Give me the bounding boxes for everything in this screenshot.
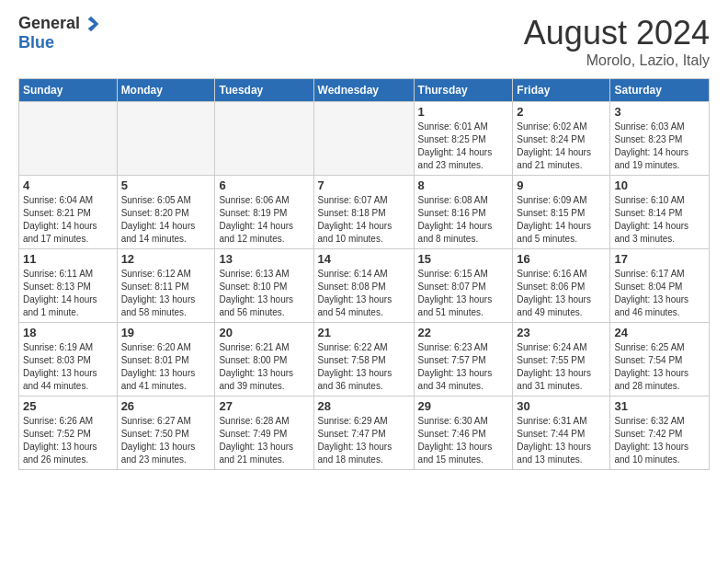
day-cell: 27Sunrise: 6:28 AM Sunset: 7:49 PM Dayli…	[215, 396, 313, 470]
day-cell: 21Sunrise: 6:22 AM Sunset: 7:58 PM Dayli…	[313, 323, 414, 396]
day-info: Sunrise: 6:30 AM Sunset: 7:46 PM Dayligh…	[418, 415, 509, 466]
day-info: Sunrise: 6:09 AM Sunset: 8:15 PM Dayligh…	[517, 194, 606, 246]
day-cell: 10Sunrise: 6:10 AM Sunset: 8:14 PM Dayli…	[610, 176, 710, 249]
day-number: 21	[318, 326, 410, 339]
col-wednesday: Wednesday	[313, 79, 414, 102]
day-number: 15	[418, 252, 509, 266]
logo-icon	[82, 15, 100, 33]
day-number: 14	[318, 252, 410, 266]
day-number: 28	[318, 399, 410, 413]
day-number: 25	[23, 399, 113, 413]
day-cell: 7Sunrise: 6:07 AM Sunset: 8:18 PM Daylig…	[313, 176, 414, 249]
day-cell: 5Sunrise: 6:05 AM Sunset: 8:20 PM Daylig…	[117, 176, 215, 249]
logo: General Blue	[18, 14, 100, 52]
day-info: Sunrise: 6:15 AM Sunset: 8:07 PM Dayligh…	[418, 268, 509, 319]
day-cell: 24Sunrise: 6:25 AM Sunset: 7:54 PM Dayli…	[610, 323, 710, 396]
main-title: August 2024	[524, 14, 710, 52]
day-info: Sunrise: 6:31 AM Sunset: 7:44 PM Dayligh…	[517, 415, 606, 466]
col-saturday: Saturday	[610, 79, 710, 102]
day-info: Sunrise: 6:29 AM Sunset: 7:47 PM Dayligh…	[318, 415, 410, 466]
day-cell: 9Sunrise: 6:09 AM Sunset: 8:15 PM Daylig…	[513, 176, 610, 249]
day-number: 31	[614, 399, 705, 413]
day-number: 9	[517, 178, 606, 192]
day-cell: 3Sunrise: 6:03 AM Sunset: 8:23 PM Daylig…	[610, 102, 710, 176]
day-info: Sunrise: 6:25 AM Sunset: 7:54 PM Dayligh…	[614, 341, 705, 393]
day-number: 19	[121, 326, 211, 339]
day-info: Sunrise: 6:13 AM Sunset: 8:10 PM Dayligh…	[219, 268, 309, 319]
day-info: Sunrise: 6:32 AM Sunset: 7:42 PM Dayligh…	[614, 415, 705, 466]
day-info: Sunrise: 6:06 AM Sunset: 8:19 PM Dayligh…	[219, 194, 309, 246]
col-friday: Friday	[513, 79, 610, 102]
week-row-1: 1Sunrise: 6:01 AM Sunset: 8:25 PM Daylig…	[19, 102, 710, 176]
day-cell: 28Sunrise: 6:29 AM Sunset: 7:47 PM Dayli…	[313, 396, 414, 470]
week-row-2: 4Sunrise: 6:04 AM Sunset: 8:21 PM Daylig…	[19, 176, 710, 249]
day-number: 27	[219, 399, 309, 413]
day-number: 22	[418, 326, 509, 339]
day-cell: 20Sunrise: 6:21 AM Sunset: 8:00 PM Dayli…	[215, 323, 313, 396]
day-number: 3	[614, 105, 705, 119]
col-monday: Monday	[117, 79, 215, 102]
day-number: 8	[418, 178, 509, 192]
day-number: 18	[23, 326, 113, 339]
day-number: 30	[517, 399, 606, 413]
day-cell	[313, 102, 414, 176]
col-tuesday: Tuesday	[215, 79, 313, 102]
day-info: Sunrise: 6:23 AM Sunset: 7:57 PM Dayligh…	[418, 341, 509, 393]
day-cell: 14Sunrise: 6:14 AM Sunset: 8:08 PM Dayli…	[313, 249, 414, 323]
subtitle: Morolo, Lazio, Italy	[524, 52, 710, 69]
day-number: 17	[614, 252, 705, 266]
day-cell: 1Sunrise: 6:01 AM Sunset: 8:25 PM Daylig…	[414, 102, 513, 176]
day-cell: 4Sunrise: 6:04 AM Sunset: 8:21 PM Daylig…	[19, 176, 118, 249]
day-number: 20	[219, 326, 309, 339]
day-number: 13	[219, 252, 309, 266]
day-number: 5	[121, 178, 211, 192]
day-number: 23	[517, 326, 606, 339]
header-row: Sunday Monday Tuesday Wednesday Thursday…	[19, 79, 710, 102]
day-number: 7	[318, 178, 410, 192]
day-info: Sunrise: 6:17 AM Sunset: 8:04 PM Dayligh…	[614, 268, 705, 319]
day-number: 24	[614, 326, 705, 339]
day-info: Sunrise: 6:16 AM Sunset: 8:06 PM Dayligh…	[517, 268, 606, 319]
week-row-4: 18Sunrise: 6:19 AM Sunset: 8:03 PM Dayli…	[19, 323, 710, 396]
day-info: Sunrise: 6:07 AM Sunset: 8:18 PM Dayligh…	[318, 194, 410, 246]
day-number: 11	[23, 252, 113, 266]
day-cell: 30Sunrise: 6:31 AM Sunset: 7:44 PM Dayli…	[513, 396, 610, 470]
day-info: Sunrise: 6:05 AM Sunset: 8:20 PM Dayligh…	[121, 194, 211, 246]
col-thursday: Thursday	[414, 79, 513, 102]
day-number: 4	[23, 178, 113, 192]
page: General Blue August 2024 Morolo, Lazio, …	[0, 0, 728, 563]
day-cell	[215, 102, 313, 176]
day-info: Sunrise: 6:22 AM Sunset: 7:58 PM Dayligh…	[318, 341, 410, 393]
day-number: 1	[418, 105, 509, 119]
day-number: 26	[121, 399, 211, 413]
day-info: Sunrise: 6:01 AM Sunset: 8:25 PM Dayligh…	[418, 121, 509, 172]
day-cell: 13Sunrise: 6:13 AM Sunset: 8:10 PM Dayli…	[215, 249, 313, 323]
week-row-5: 25Sunrise: 6:26 AM Sunset: 7:52 PM Dayli…	[19, 396, 710, 470]
day-info: Sunrise: 6:26 AM Sunset: 7:52 PM Dayligh…	[23, 415, 113, 466]
header: General Blue August 2024 Morolo, Lazio, …	[18, 14, 710, 69]
day-info: Sunrise: 6:04 AM Sunset: 8:21 PM Dayligh…	[23, 194, 113, 246]
title-section: August 2024 Morolo, Lazio, Italy	[524, 14, 710, 69]
day-cell: 22Sunrise: 6:23 AM Sunset: 7:57 PM Dayli…	[414, 323, 513, 396]
day-cell: 15Sunrise: 6:15 AM Sunset: 8:07 PM Dayli…	[414, 249, 513, 323]
day-number: 29	[418, 399, 509, 413]
day-number: 10	[614, 178, 705, 192]
day-number: 2	[517, 105, 606, 119]
week-row-3: 11Sunrise: 6:11 AM Sunset: 8:13 PM Dayli…	[19, 249, 710, 323]
day-cell: 19Sunrise: 6:20 AM Sunset: 8:01 PM Dayli…	[117, 323, 215, 396]
day-info: Sunrise: 6:21 AM Sunset: 8:00 PM Dayligh…	[219, 341, 309, 393]
day-info: Sunrise: 6:02 AM Sunset: 8:24 PM Dayligh…	[517, 121, 606, 172]
day-info: Sunrise: 6:10 AM Sunset: 8:14 PM Dayligh…	[614, 194, 705, 246]
day-info: Sunrise: 6:08 AM Sunset: 8:16 PM Dayligh…	[418, 194, 509, 246]
day-cell: 12Sunrise: 6:12 AM Sunset: 8:11 PM Dayli…	[117, 249, 215, 323]
day-number: 6	[219, 178, 309, 192]
day-cell: 2Sunrise: 6:02 AM Sunset: 8:24 PM Daylig…	[513, 102, 610, 176]
day-info: Sunrise: 6:20 AM Sunset: 8:01 PM Dayligh…	[121, 341, 211, 393]
day-cell: 18Sunrise: 6:19 AM Sunset: 8:03 PM Dayli…	[19, 323, 118, 396]
day-info: Sunrise: 6:27 AM Sunset: 7:50 PM Dayligh…	[121, 415, 211, 466]
calendar: Sunday Monday Tuesday Wednesday Thursday…	[18, 78, 710, 470]
day-cell	[19, 102, 118, 176]
day-info: Sunrise: 6:28 AM Sunset: 7:49 PM Dayligh…	[219, 415, 309, 466]
day-cell: 6Sunrise: 6:06 AM Sunset: 8:19 PM Daylig…	[215, 176, 313, 249]
day-info: Sunrise: 6:03 AM Sunset: 8:23 PM Dayligh…	[614, 121, 705, 172]
